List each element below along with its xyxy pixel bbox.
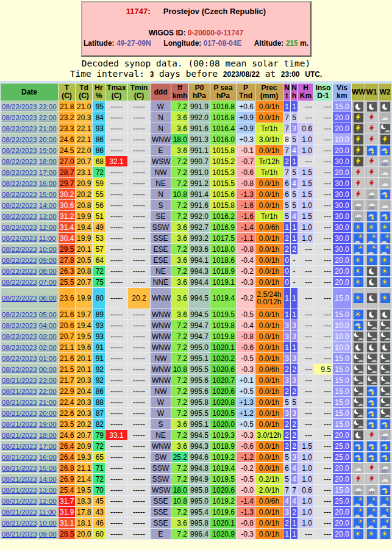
cell-humidity: 60 (93, 529, 105, 539)
date-link[interactable]: 08/22/2023 (2, 224, 37, 231)
sun-cloud-icon: ☁☀ (354, 496, 363, 506)
date-link[interactable]: 08/21/2023 (2, 421, 37, 428)
cell-pressure-sea: 1017.5 (210, 233, 236, 243)
time-link[interactable]: 12:00 (39, 498, 57, 505)
time-link[interactable]: 09:00 (39, 530, 57, 538)
time-link[interactable]: 21:00 (39, 399, 57, 406)
time-link[interactable]: 12:00 (39, 224, 57, 231)
date-link[interactable]: 08/22/2023 (2, 158, 37, 165)
time-link[interactable]: 05:00 (39, 311, 57, 318)
date-link[interactable]: 08/22/2023 (2, 366, 37, 373)
time-link[interactable]: 14:00 (39, 202, 57, 209)
date-link[interactable]: 08/21/2023 (2, 498, 37, 505)
time-link[interactable]: 02:00 (39, 344, 57, 351)
time-link[interactable]: 19:00 (39, 147, 57, 154)
date-link[interactable]: 08/21/2023 (2, 454, 37, 461)
cell-ww (352, 156, 365, 166)
cell-pressure-sea: 1016.8 (210, 101, 236, 112)
time-link[interactable]: 15:00 (39, 191, 57, 198)
time-link[interactable]: 21:00 (39, 125, 57, 132)
cell-date: 08/22/2023 03:00 (1, 331, 58, 341)
time-link[interactable]: 17:00 (39, 169, 57, 176)
time-link[interactable]: 01:00 (39, 355, 57, 362)
time-link[interactable]: 11:00 (39, 235, 56, 242)
cell-pressure-station: 994.9 (189, 474, 210, 484)
time-link[interactable]: 23:00 (39, 377, 57, 384)
date-link[interactable]: 08/22/2023 (2, 114, 37, 121)
cell-temp: 25.5 (59, 277, 75, 287)
date-link[interactable]: 08/21/2023 (2, 388, 37, 395)
date-link[interactable]: 08/21/2023 (2, 443, 37, 450)
time-link[interactable]: 18:00 (39, 432, 57, 439)
storm-icon: ☁ (367, 398, 377, 407)
date-link[interactable]: 08/21/2023 (2, 520, 37, 527)
time-link[interactable]: 13:00 (39, 487, 57, 494)
date-link[interactable]: 08/22/2023 (2, 147, 37, 154)
time-link[interactable]: 18:00 (39, 158, 57, 165)
time-link[interactable]: 22:00 (39, 114, 57, 121)
date-link[interactable]: 08/22/2023 (2, 125, 37, 132)
time-link[interactable]: 10:00 (39, 520, 57, 527)
time-link[interactable]: 17:00 (39, 443, 57, 450)
date-link[interactable]: 08/21/2023 (2, 399, 37, 406)
cell-tmax: ----- (105, 342, 127, 352)
time-link[interactable]: 14:00 (39, 476, 57, 483)
moon-cloud-icon: ☁ (367, 365, 377, 374)
interval-suffix: UTC. (305, 70, 322, 79)
cell-humidity: 91 (93, 342, 105, 352)
date-link[interactable]: 08/22/2023 (2, 169, 37, 176)
date-link[interactable]: 08/22/2023 (2, 295, 37, 302)
time-link[interactable]: 09:00 (39, 257, 57, 264)
time-link[interactable]: 04:00 (39, 322, 57, 329)
time-link[interactable]: 00:00 (39, 366, 57, 373)
cloud-icon: ☁ (380, 113, 390, 123)
date-link[interactable]: 08/22/2023 (2, 344, 37, 351)
date-link[interactable]: 08/22/2023 (2, 235, 37, 242)
time-link[interactable]: 22:00 (39, 388, 57, 395)
date-link[interactable]: 08/22/2023 (2, 180, 37, 187)
cell-precipitation: 0.0/1h (255, 375, 283, 385)
time-link[interactable]: 19:00 (39, 421, 57, 428)
date-link[interactable]: 08/21/2023 (2, 476, 37, 483)
date-link[interactable]: 08/22/2023 (2, 103, 37, 110)
time-link[interactable]: 07:00 (39, 279, 57, 286)
date-link[interactable]: 08/21/2023 (2, 509, 37, 516)
date-link[interactable]: 08/22/2023 (2, 322, 37, 329)
cell-w1: ☁ (365, 364, 378, 374)
date-link[interactable]: 08/22/2023 (2, 246, 37, 253)
date-link[interactable]: 08/21/2023 (2, 465, 37, 472)
time-link[interactable]: 13:00 (39, 213, 57, 220)
date-link[interactable]: 08/22/2023 (2, 268, 37, 275)
date-link[interactable]: 08/22/2023 (2, 191, 37, 198)
date-link[interactable]: 08/22/2023 (2, 213, 37, 220)
time-link[interactable]: 16:00 (39, 180, 57, 187)
date-link[interactable]: 08/22/2023 (2, 311, 37, 318)
date-link[interactable]: 08/22/2023 (2, 333, 37, 340)
time-link[interactable]: 06:00 (39, 295, 57, 302)
date-link[interactable]: 08/21/2023 (2, 432, 37, 439)
time-link[interactable]: 11:00 (39, 509, 56, 516)
time-link[interactable]: 20:00 (39, 136, 57, 143)
date-link[interactable]: 08/21/2023 (2, 377, 37, 384)
date-link[interactable]: 08/21/2023 (2, 487, 37, 494)
date-link[interactable]: 08/21/2023 (2, 410, 37, 417)
time-link[interactable]: 10:00 (39, 246, 57, 253)
time-link[interactable]: 03:00 (39, 333, 57, 340)
date-link[interactable]: 08/22/2023 (2, 257, 37, 264)
time-link[interactable]: 08:00 (39, 268, 57, 275)
cell-ww: ☁ (352, 452, 365, 462)
cell-w2: ☁ (379, 123, 391, 134)
time-link[interactable]: 15:00 (39, 465, 57, 472)
cell-humidity: 92 (93, 364, 105, 374)
date-link[interactable]: 08/22/2023 (2, 136, 37, 143)
cell-tmax: ----- (105, 419, 127, 429)
date-link[interactable]: 08/22/2023 (2, 202, 37, 209)
date-link[interactable]: 08/21/2023 (2, 530, 37, 538)
time-link[interactable]: 16:00 (39, 454, 57, 461)
sun-cloud-icon: ☁☀ (380, 234, 390, 243)
date-link[interactable]: 08/22/2023 (2, 279, 37, 286)
time-link[interactable]: 23:00 (39, 103, 57, 110)
cell-date: 08/21/2023 19:00 (1, 419, 58, 429)
date-link[interactable]: 08/22/2023 (2, 355, 37, 362)
time-link[interactable]: 20:00 (39, 410, 57, 417)
